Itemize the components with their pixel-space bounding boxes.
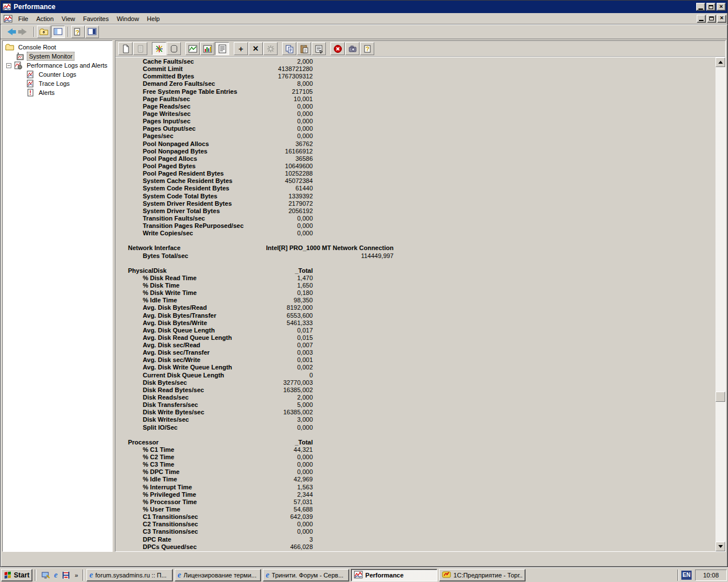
report-row: 2179072System Driver Resident Bytes (115, 200, 715, 207)
add-counter-icon[interactable]: ＋ (234, 42, 248, 55)
taskbar-task[interactable]: eforum.sysadmins.ru :: П... (86, 569, 173, 581)
system-monitor-panel: ＋ ✕ (115, 40, 726, 552)
child-restore-button[interactable] (707, 15, 716, 23)
back-icon[interactable] (3, 26, 16, 38)
report-row: 44,321% C1 Time (115, 446, 715, 454)
new-counter-set-icon[interactable] (118, 42, 133, 55)
taskbar-task[interactable]: eЛицензирование терми... (175, 569, 261, 581)
restore-button[interactable] (706, 3, 715, 11)
report-row: 10,001Page Faults/sec (115, 95, 715, 103)
report-row: 98,350% Idle Time (115, 297, 715, 304)
counter-label: % Privileged Time (143, 491, 196, 498)
instance-name: _Total (115, 267, 313, 275)
tree-item-trace-logs[interactable]: Trace Logs (3, 79, 112, 88)
tree-item-system-monitor[interactable]: System Monitor (3, 52, 112, 61)
report-row: 466,028DPCs Queued/sec (115, 543, 715, 551)
counter-label: System Driver Resident Bytes (143, 200, 232, 207)
counter-label: Avg. Disk sec/Transfer (143, 349, 210, 356)
taskbar-clock[interactable]: 10:08 (695, 569, 727, 581)
tree-item-alerts[interactable]: ! Alerts (3, 88, 112, 97)
child-close-button[interactable]: × (717, 15, 726, 23)
internet-explorer-icon[interactable]: e (54, 571, 57, 580)
tree-item-perf-logs-alerts[interactable]: − Performance Logs and Alerts (3, 61, 112, 70)
highlight-icon[interactable] (263, 42, 278, 55)
menu-window[interactable]: Window (113, 14, 143, 24)
child-minimize-button[interactable] (697, 15, 706, 23)
update-data-icon[interactable] (345, 42, 359, 55)
report-row: 0,000% C3 Time (115, 461, 715, 468)
scrollbar-thumb[interactable] (715, 392, 725, 402)
counter-label: Pool Paged Resident Bytes (143, 170, 224, 177)
counter-label: Pool Nonpaged Allocs (143, 140, 209, 148)
floppy-icon[interactable] (61, 571, 71, 580)
more-chevron-icon[interactable]: » (75, 572, 78, 579)
view-histogram-icon[interactable] (200, 42, 214, 55)
close-button[interactable]: × (717, 3, 726, 11)
task-label: forum.sysadmins.ru :: П... (96, 572, 167, 579)
report-row: 0,000Split IO/Sec (115, 424, 715, 431)
report-row: 3DPC Rate (115, 536, 715, 543)
clear-display-icon[interactable] (133, 42, 147, 55)
view-graph-icon[interactable] (185, 42, 200, 55)
properties-icon[interactable] (312, 42, 326, 55)
scroll-down-icon[interactable] (715, 542, 725, 551)
taskbar-task[interactable]: 1С:Предприятие - Торг... (439, 569, 526, 581)
report-row: 1,470% Disk Read Time (115, 275, 715, 282)
menu-favorites[interactable]: Favorites (79, 14, 113, 24)
counter-label: Write Copies/sec (143, 230, 193, 237)
menu-help[interactable]: Help (143, 14, 164, 24)
perf-logs-icon (14, 61, 23, 69)
counter-label: Demand Zero Faults/sec (143, 80, 215, 88)
vertical-scrollbar[interactable] (715, 57, 725, 551)
copy-properties-icon[interactable] (282, 42, 296, 55)
start-button[interactable]: Start (1, 569, 32, 581)
taskbar-task[interactable]: Performance (351, 569, 437, 581)
scroll-up-icon[interactable] (715, 57, 725, 67)
delete-counter-icon[interactable]: ✕ (249, 42, 263, 55)
svg-text:!: ! (30, 90, 31, 96)
view-report-icon[interactable] (215, 42, 229, 55)
counter-label: Pool Nonpaged Bytes (143, 148, 208, 155)
collapse-icon[interactable]: − (6, 63, 11, 68)
help-icon[interactable]: ? (360, 42, 374, 55)
minimize-button[interactable] (696, 3, 705, 11)
view-log-data-icon[interactable] (167, 42, 181, 55)
counter-label: Avg. Disk Write Queue Length (143, 364, 232, 371)
export-list-icon[interactable]: ? (71, 26, 85, 38)
report-row: 57,031% Processor Time (115, 498, 715, 506)
report-section: Processor_Total44,321% C1 Time0,000% C2 … (115, 439, 715, 551)
task-label: Лицензирование терми... (184, 572, 257, 579)
counter-label: % User Time (143, 506, 180, 513)
menu-view[interactable]: View (57, 14, 79, 24)
counter-label: Avg. Disk sec/Write (143, 356, 201, 364)
report-row: 6553,600Avg. Disk Bytes/Transfer (115, 312, 715, 319)
report-row: 716,044Interrupts/sec (115, 551, 715, 551)
counter-label: Page Faults/sec (143, 95, 190, 103)
report-object-header: PhysicalDisk_Total (115, 267, 715, 275)
tree-item-console-root[interactable]: Console Root (3, 43, 112, 52)
forward-icon[interactable] (17, 26, 31, 38)
report-row: 8192,000Avg. Disk Bytes/Read (115, 304, 715, 311)
window-bottom-strip (2, 553, 726, 565)
up-folder-icon[interactable] (37, 26, 51, 38)
menu-file[interactable]: File (14, 14, 32, 24)
show-desktop-icon[interactable] (41, 571, 50, 580)
scrollbar-track[interactable] (715, 67, 725, 542)
report-row: 5461,333Avg. Disk Bytes/Write (115, 319, 715, 327)
report-row: 54,688% User Time (115, 506, 715, 513)
system-tray: EN 10:08 (675, 569, 727, 581)
counter-label: % Disk Time (143, 282, 180, 289)
freeze-display-icon[interactable] (330, 42, 345, 55)
report-row: 16385,002Disk Write Bytes/sec (115, 409, 715, 416)
language-indicator[interactable]: EN (681, 571, 692, 580)
taskbar-task[interactable]: eТринити. Форум - Серв... (263, 569, 349, 581)
menu-action[interactable]: Action (32, 14, 58, 24)
system-monitor-icon (15, 52, 24, 60)
paste-counter-list-icon[interactable] (297, 42, 311, 55)
view-current-activity-icon[interactable] (152, 42, 166, 55)
console-content: Console Root System Monitor − (2, 40, 726, 552)
show-hide-console-tree-icon[interactable] (51, 26, 65, 38)
help-panel-icon[interactable] (85, 26, 99, 38)
tree-item-counter-logs[interactable]: Counter Logs (3, 70, 112, 79)
counter-label: % Disk Read Time (143, 275, 197, 282)
